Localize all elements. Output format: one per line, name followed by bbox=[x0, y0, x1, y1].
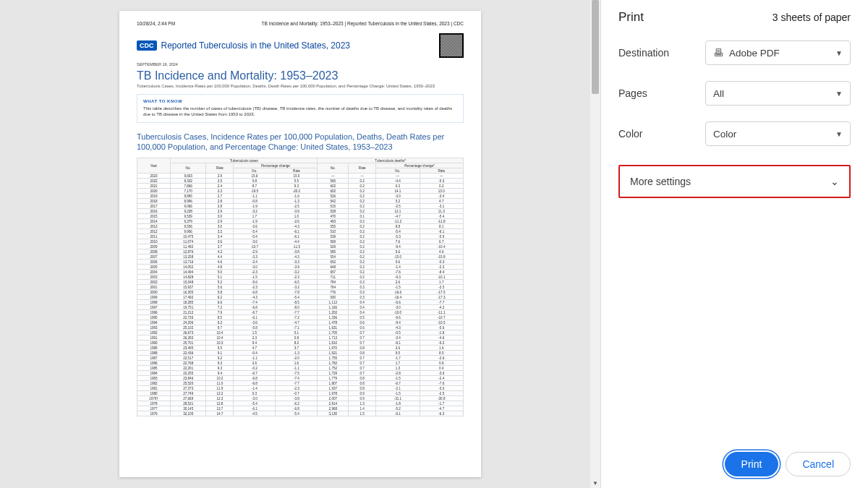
table-row: 199325,1029.7-5.8-7.11,6310.6-4.3-5.6 bbox=[137, 325, 464, 330]
table-cell: 9,603 bbox=[171, 174, 206, 179]
table-cell: 5.6 bbox=[376, 249, 420, 254]
more-settings-label: More settings bbox=[630, 176, 691, 187]
table-cell: -3.0 bbox=[376, 194, 420, 199]
table-cell: 0.2 bbox=[349, 224, 376, 229]
table-cell: -1.8 bbox=[420, 330, 463, 335]
table-cell: -7.7 bbox=[276, 310, 318, 315]
scroll-down-icon[interactable]: ▼ bbox=[590, 478, 600, 488]
page-header-title: TB Incidence and Mortality: 1953–2023 | … bbox=[262, 21, 464, 26]
color-label: Color bbox=[618, 128, 705, 140]
table-cell: -3.0 bbox=[376, 305, 420, 310]
table-cell: 9.1 bbox=[206, 351, 234, 356]
table-cell: -5.4 bbox=[234, 234, 276, 239]
table-cell: 14,494 bbox=[171, 270, 206, 275]
table-cell: 9.3 bbox=[276, 184, 318, 189]
pages-select[interactable]: All ▼ bbox=[705, 81, 851, 106]
table-cell: -3.0 bbox=[420, 386, 463, 391]
table-cell: -5.4 bbox=[234, 401, 276, 406]
table-cell: 10.4 bbox=[206, 335, 234, 341]
table-cell: 0.2 bbox=[349, 204, 376, 209]
table-cell: -3.0 bbox=[234, 396, 276, 401]
table-cell: -1.1 bbox=[234, 356, 276, 361]
table-cell: -6.6 bbox=[376, 300, 420, 305]
destination-select[interactable]: 🖶 Adobe PDF ▼ bbox=[705, 40, 851, 65]
table-row: 20188,9962.8-0.8-1.35420.25.24.7 bbox=[137, 199, 464, 204]
table-cell: 19,751 bbox=[171, 305, 206, 310]
table-cell: 1,705 bbox=[318, 330, 349, 335]
table-cell: -2.5 bbox=[276, 204, 318, 209]
table-cell: 15,048 bbox=[171, 280, 206, 285]
table-cell: 12.2 bbox=[206, 391, 234, 396]
table-cell: -7.7 bbox=[420, 300, 463, 305]
table-cell: -7.5 bbox=[276, 371, 318, 376]
table-cell: -6.8 bbox=[234, 290, 276, 295]
table-cell: 0.2 bbox=[420, 184, 463, 189]
table-row: 20129,9063.2-5.4-6.15100.2-5.4-6.1 bbox=[137, 229, 464, 234]
table-cell: 23,495 bbox=[171, 346, 206, 351]
more-settings-toggle[interactable]: More settings ⌄ bbox=[618, 165, 851, 198]
table-cell: 0.3 bbox=[349, 290, 376, 295]
table-cell: -7.1 bbox=[276, 325, 318, 330]
table-cell: 539 bbox=[318, 234, 349, 239]
table-cell: 8.8 bbox=[376, 224, 420, 229]
table-cell: 9.2 bbox=[206, 356, 234, 361]
table-cell: 8.5 bbox=[206, 315, 234, 320]
table-cell: -1.5 bbox=[376, 285, 420, 290]
table-cell: 18,285 bbox=[171, 300, 206, 305]
table-cell: -5.6 bbox=[234, 280, 276, 285]
th-rate: Rate bbox=[206, 163, 234, 174]
table-cell: 1979† bbox=[137, 396, 171, 401]
table-cell: 14.7 bbox=[206, 411, 234, 416]
table-cell: 542 bbox=[318, 199, 349, 204]
table-cell: 0.2 bbox=[349, 265, 376, 270]
th-pct2: Percentage change* bbox=[376, 163, 464, 168]
table-cell: 1984 bbox=[137, 371, 171, 376]
table-cell: -2.3 bbox=[276, 386, 318, 391]
table-cell: -10.1 bbox=[420, 275, 463, 280]
table-cell: 2.4 bbox=[206, 184, 234, 189]
table-cell: 9,238 bbox=[171, 209, 206, 214]
table-cell: -6.7 bbox=[376, 381, 420, 386]
table-cell: 0.2 bbox=[349, 199, 376, 204]
table-cell: -10.7 bbox=[420, 315, 463, 320]
table-cell: 1982 bbox=[137, 381, 171, 386]
table-cell: 2013 bbox=[137, 224, 171, 229]
table-cell: 9.4 bbox=[206, 371, 234, 376]
table-cell: 0.6 bbox=[420, 361, 463, 366]
table-cell: 1999 bbox=[137, 295, 171, 300]
table-cell: 22,255 bbox=[171, 371, 206, 376]
table-cell: -1.5 bbox=[234, 275, 276, 280]
color-select[interactable]: Color ▼ bbox=[705, 121, 851, 146]
table-cell: 0.9 bbox=[349, 391, 376, 396]
table-cell: 1.3 bbox=[376, 366, 420, 371]
preview-scrollbar[interactable]: ▲ ▼ bbox=[590, 0, 600, 488]
table-cell: 4.4 bbox=[206, 254, 234, 260]
table-cell: 6.7 bbox=[420, 239, 463, 244]
table-cell: 13.7 bbox=[206, 406, 234, 411]
table-cell: 0.2 bbox=[349, 209, 376, 214]
print-button[interactable]: Print bbox=[725, 452, 779, 476]
table-cell: -2.6 bbox=[420, 356, 463, 361]
table-cell: -1.9 bbox=[234, 204, 276, 209]
table-row: 198622,7689.32.61.61,7820.71.70.6 bbox=[137, 361, 464, 366]
table-cell: -1.1 bbox=[276, 366, 318, 371]
table-cell: 1.7 bbox=[234, 214, 276, 219]
table-row: 20228,3322.55.85.55650.2-4.4-5.3 bbox=[137, 179, 464, 184]
cancel-button[interactable]: Cancel bbox=[786, 452, 851, 476]
table-row: 200414,4945.0-2.3-3.26570.2-7.6-8.4 bbox=[137, 270, 464, 275]
table-cell: 1,166 bbox=[318, 305, 349, 310]
table-cell: -4.7 bbox=[276, 320, 318, 325]
scrollbar-thumb[interactable] bbox=[592, 0, 599, 94]
table-cell: 1,336 bbox=[318, 315, 349, 320]
table-cell: 2007 bbox=[137, 254, 171, 260]
table-cell: 4.2 bbox=[206, 249, 234, 254]
table-cell: -5.4 bbox=[376, 229, 420, 234]
table-cell: -6.8 bbox=[276, 406, 318, 411]
table-cell: -2.8 bbox=[376, 371, 420, 376]
table-cell: 2,914 bbox=[318, 401, 349, 406]
table-cell: 8.5 bbox=[420, 351, 463, 356]
table-cell: 11.9 bbox=[206, 386, 234, 391]
table-cell: -10.5 bbox=[420, 320, 463, 325]
table-cell: -0.5 bbox=[376, 330, 420, 335]
chevron-down-icon: ▼ bbox=[835, 90, 843, 98]
